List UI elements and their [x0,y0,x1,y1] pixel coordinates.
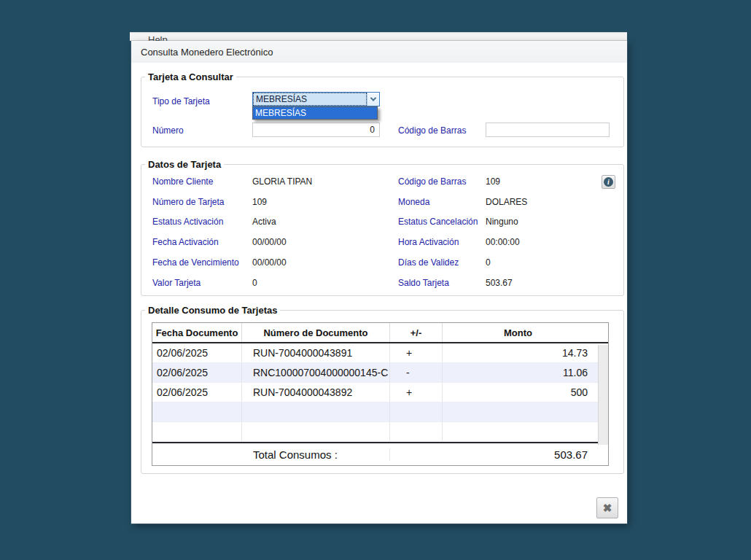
cell-monto: 14.73 [443,343,608,362]
column-header-fecha: Fecha Documento [152,323,242,342]
cell-fecha: 02/06/2025 [152,343,242,362]
menu-item-help[interactable]: Help [148,34,168,41]
group-datos-de-tarjeta: Datos de Tarjeta i Nombre Cliente GLORIA… [141,164,624,296]
field-label: Moneda [398,197,429,207]
info-icon: i [604,177,613,187]
info-button[interactable]: i [602,175,615,189]
field-value: Ninguno [486,217,518,227]
column-header-monto: Monto [443,323,608,342]
field-value: 00:00:00 [486,237,520,247]
consumos-table: Fecha Documento Número de Documento +/- … [152,322,609,466]
field-value: Activa [252,217,276,227]
field-label: Valor Tarjeta [152,278,201,288]
field-label: Estatus Cancelación [398,217,478,227]
total-value: 503.67 [443,448,608,461]
cell-signo: - [390,363,443,382]
field-value: 109 [486,176,500,187]
combobox-dropdown-button[interactable] [367,93,379,106]
cell-monto: 11.06 [443,363,608,382]
dropdown-option-selected[interactable]: MEBRESÍAS [253,107,377,119]
table-row[interactable]: 02/06/2025 RNC100007004000000145-C - 11.… [152,363,608,383]
column-header-signo: +/- [390,323,443,342]
column-header-documento: Número de Documento [242,323,390,342]
table-row-empty[interactable] [152,422,608,442]
consulta-monedero-dialog: Consulta Monedero Electrónico Tarjeta a … [131,41,627,524]
cell-documento: RNC100007004000000145-C [242,363,390,382]
field-value: 0 [252,278,257,288]
table-total-row: Total Consumos : 503.67 [152,443,608,465]
field-label: Número de Tarjeta [152,197,225,207]
combobox-selected-value: MEBRESÍAS [254,93,366,105]
cell-signo: + [390,383,443,402]
field-value: 0 [486,257,491,268]
field-value: 109 [252,197,267,207]
close-button[interactable]: ✖ [596,497,618,518]
field-label: Fecha de Vencimiento [152,257,239,268]
field-value: DOLARES [486,197,527,207]
group-tarjeta-a-consultar: Tarjeta a Consultar Tipo de Tarjeta MEBR… [141,77,624,147]
field-label: Fecha Activación [152,237,219,247]
close-icon: ✖ [603,502,612,513]
field-value: 503.67 [486,278,513,288]
field-label: Estatus Activación [152,217,223,227]
tipo-de-tarjeta-combobox[interactable]: MEBRESÍAS [252,92,380,106]
numero-label: Número [152,125,184,136]
cell-fecha: 02/06/2025 [152,383,242,402]
field-label: Código de Barras [398,176,466,187]
table-row[interactable]: 02/06/2025 RUN-7004000043892 + 500 [152,383,608,402]
cell-documento: RUN-7004000043891 [242,343,390,362]
field-value: GLORIA TIPAN [252,176,312,187]
group-title: Tarjeta a Consultar [145,71,236,82]
table-header-row: Fecha Documento Número de Documento +/- … [152,323,608,343]
group-title: Datos de Tarjeta [145,159,224,170]
cell-documento: RUN-7004000043892 [242,383,390,402]
cell-signo: + [390,343,443,362]
tipo-de-tarjeta-dropdown-list: MEBRESÍAS [252,106,378,120]
field-label: Días de Validez [398,257,459,268]
codigo-de-barras-input[interactable] [486,122,610,137]
field-value: 00/00/00 [252,257,287,268]
desktop: Help Consulta Monedero Electrónico Tarje… [0,0,751,560]
table-row[interactable]: 02/06/2025 RUN-7004000043891 + 14.73 [152,343,608,363]
field-value: 00/00/00 [252,237,287,247]
cell-monto: 500 [443,383,608,402]
tipo-de-tarjeta-label: Tipo de Tarjeta [152,96,210,106]
field-label: Hora Activación [398,237,459,247]
total-label: Total Consumos : [242,448,390,461]
group-detalle-consumo: Detalle Consumo de Tarjetas Fecha Docume… [141,310,624,474]
group-title: Detalle Consumo de Tarjetas [145,305,280,316]
field-label: Nombre Cliente [152,176,213,187]
numero-input[interactable] [252,122,380,137]
codigo-de-barras-label: Código de Barras [398,125,466,136]
background-menu-bar: Help [130,32,627,41]
cell-fecha: 02/06/2025 [152,363,242,382]
table-row-empty[interactable] [152,402,608,422]
chevron-down-icon [370,95,376,101]
field-label: Saldo Tarjeta [398,278,449,288]
dialog-title: Consulta Monedero Electrónico [141,47,273,58]
dialog-titlebar[interactable]: Consulta Monedero Electrónico [131,41,627,63]
table-scrollbar[interactable] [598,345,608,445]
